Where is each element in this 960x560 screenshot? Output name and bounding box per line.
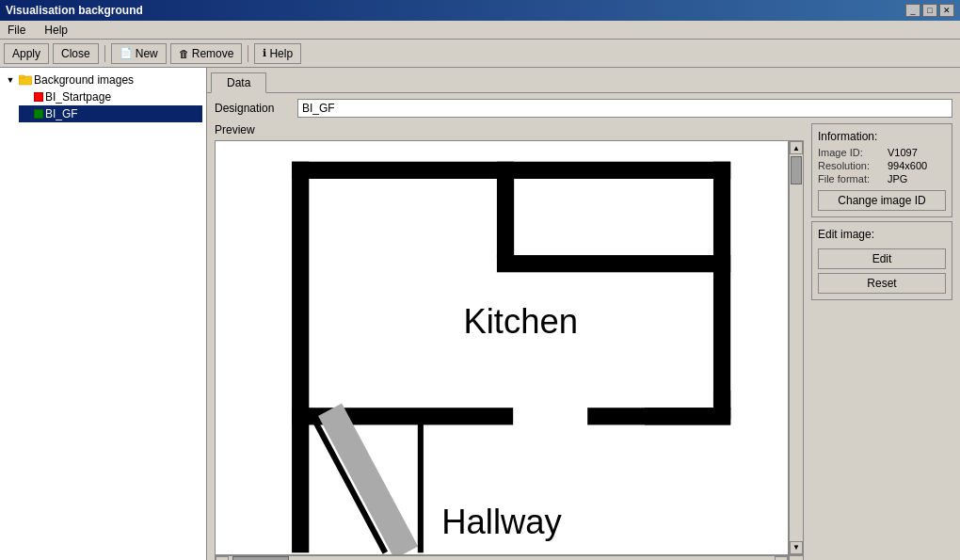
title-bar: Visualisation background _ □ ✕: [0, 0, 960, 21]
main-content: ▼ Background images BI_Startpage BI_GF: [0, 68, 960, 560]
scroll-thumb-v[interactable]: [791, 156, 802, 184]
tree-root: ▼ Background images BI_Startpage BI_GF: [4, 72, 202, 122]
image-id-label: Image ID:: [818, 147, 884, 158]
file-format-label: File format:: [818, 173, 884, 184]
menu-file[interactable]: File: [4, 23, 29, 38]
svg-rect-1: [19, 75, 24, 78]
preview-with-scroll: Kitchen Hallway ▲: [215, 140, 804, 560]
svg-rect-4: [713, 162, 730, 409]
scroll-right-button[interactable]: ►: [775, 556, 788, 560]
information-group: Information: Image ID: V1097 Resolution:…: [811, 123, 952, 217]
horizontal-scrollbar[interactable]: ◄ ►: [215, 555, 789, 560]
tree-root-item[interactable]: ▼ Background images: [4, 72, 202, 88]
window-title: Visualisation background: [6, 4, 143, 17]
tree-root-label: Background images: [34, 73, 134, 87]
resolution-value: 994x600: [888, 160, 927, 171]
remove-label: Remove: [192, 47, 234, 60]
leaf-spacer: [19, 90, 32, 104]
menu-help[interactable]: Help: [40, 23, 72, 38]
scrollbar-corner: [789, 555, 804, 560]
preview-area: Preview: [215, 123, 804, 560]
info-panel: Information: Image ID: V1097 Resolution:…: [811, 123, 952, 560]
scroll-up-button[interactable]: ▲: [790, 141, 803, 154]
edit-button[interactable]: Edit: [818, 248, 946, 269]
close-button[interactable]: ✕: [939, 4, 954, 17]
root-folder-icon: [19, 73, 32, 87]
file-format-value: JPG: [888, 173, 907, 184]
tab-bar: Data: [207, 68, 960, 93]
separator: [104, 45, 105, 62]
reset-button[interactable]: Reset: [818, 273, 946, 294]
change-image-id-button[interactable]: Change image ID: [818, 190, 946, 211]
vertical-scrollbar[interactable]: ▲ ▼: [789, 140, 804, 555]
tab-data[interactable]: Data: [211, 72, 266, 93]
svg-text:Hallway: Hallway: [441, 503, 562, 541]
window-controls[interactable]: _ □ ✕: [905, 4, 954, 17]
tree-item-startpage-label: BI_Startpage: [45, 90, 111, 104]
preview-label: Preview: [215, 123, 804, 136]
separator2: [248, 45, 248, 62]
scroll-track-v: [790, 154, 803, 541]
resolution-label: Resolution:: [818, 160, 884, 171]
scroll-down-button[interactable]: ▼: [790, 541, 803, 554]
new-icon: 📄: [120, 47, 133, 59]
tree-panel: ▼ Background images BI_Startpage BI_GF: [0, 68, 207, 560]
new-button[interactable]: 📄 New: [111, 43, 167, 64]
preview-main-row: Kitchen Hallway ▲: [215, 140, 804, 555]
info-title: Information:: [818, 130, 946, 143]
remove-icon: 🗑: [179, 48, 189, 59]
tab-content: Designation Preview: [207, 93, 960, 560]
scroll-thumb-h[interactable]: [232, 556, 289, 560]
menu-bar: File Help: [0, 21, 960, 40]
right-panel: Data Designation Preview: [207, 68, 960, 560]
image-id-value: V1097: [888, 147, 918, 158]
tree-children: BI_Startpage BI_GF: [19, 88, 202, 122]
help-button[interactable]: ℹ Help: [254, 43, 301, 64]
expand-icon[interactable]: ▼: [4, 73, 17, 87]
preview-container: Kitchen Hallway: [215, 140, 789, 555]
tree-item-bigf-label: BI_GF: [45, 107, 78, 120]
file-icon-green: [34, 109, 43, 119]
scroll-track-h: [229, 556, 775, 560]
maximize-button[interactable]: □: [922, 4, 937, 17]
file-icon-red: [34, 92, 43, 102]
edit-group: Edit image: Edit Reset: [811, 221, 952, 300]
tab-data-label: Data: [227, 76, 250, 89]
svg-rect-5: [497, 162, 514, 257]
preview-bottom-row: ◄ ►: [215, 555, 804, 560]
svg-rect-3: [292, 162, 309, 409]
tree-item-bigf[interactable]: BI_GF: [19, 105, 202, 122]
remove-button[interactable]: 🗑 Remove: [170, 43, 243, 64]
resolution-row: Resolution: 994x600: [818, 160, 946, 171]
help-label: Help: [269, 47, 293, 60]
close-label: Close: [61, 47, 90, 60]
designation-row: Designation: [207, 93, 960, 123]
svg-rect-16: [645, 408, 730, 424]
toolbar: Apply Close 📄 New 🗑 Remove ℹ Help: [0, 40, 960, 68]
designation-input[interactable]: [297, 99, 952, 118]
apply-button[interactable]: Apply: [4, 43, 49, 64]
image-id-row: Image ID: V1097: [818, 147, 946, 158]
floor-plan-svg: Kitchen Hallway: [216, 141, 788, 554]
scroll-left-button[interactable]: ◄: [216, 556, 229, 560]
svg-line-9: [330, 409, 407, 552]
help-icon: ℹ: [263, 47, 266, 59]
svg-text:Kitchen: Kitchen: [463, 302, 578, 341]
svg-rect-12: [292, 408, 309, 552]
preview-section: Preview: [207, 123, 960, 560]
designation-label: Designation: [215, 102, 290, 115]
new-label: New: [136, 47, 158, 60]
apply-label: Apply: [12, 47, 40, 60]
tree-item-startpage[interactable]: BI_Startpage: [19, 88, 202, 105]
minimize-button[interactable]: _: [905, 4, 920, 17]
svg-rect-6: [497, 255, 730, 272]
close-button-toolbar[interactable]: Close: [53, 43, 99, 64]
leaf-spacer2: [19, 107, 32, 120]
file-format-row: File format: JPG: [818, 173, 946, 184]
edit-title: Edit image:: [818, 228, 946, 241]
